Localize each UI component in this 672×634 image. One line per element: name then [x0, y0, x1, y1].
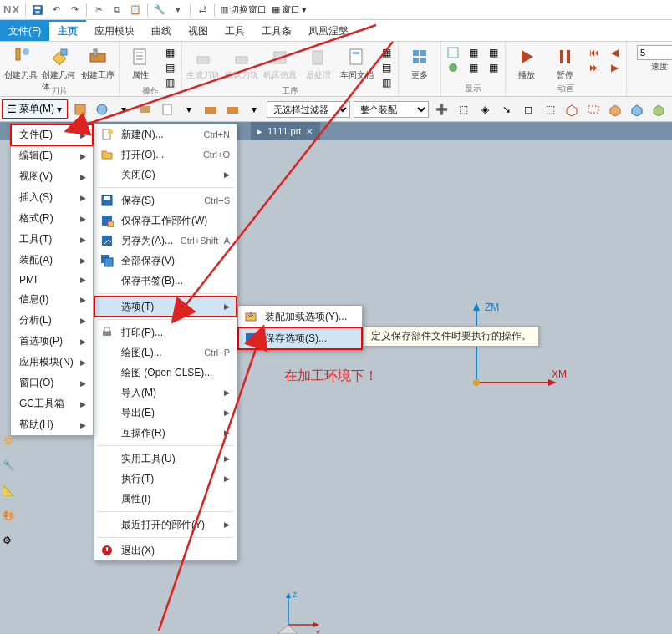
filter-select-1[interactable]: 无选择过滤器: [267, 101, 350, 118]
submenu-item[interactable]: 最近打开的部件(Y)▶: [94, 515, 237, 535]
proc-small-1-icon[interactable]: ▦: [378, 46, 395, 59]
paste-icon[interactable]: 📋: [129, 3, 142, 17]
t2-1-icon[interactable]: [71, 100, 89, 119]
submenu-item[interactable]: 导出(E)▶: [94, 403, 237, 423]
menu-item[interactable]: 视图(V)▶: [11, 166, 93, 187]
tab-curve[interactable]: 曲线: [143, 20, 180, 41]
submenu-item[interactable]: 互操作(R)▶: [94, 423, 237, 443]
menu-item[interactable]: 信息(I)▶: [11, 289, 93, 310]
submenu-item[interactable]: 退出(X): [94, 540, 237, 560]
submenu-item[interactable]: 打开(O)...Ctrl+O: [94, 145, 237, 165]
submenu-item[interactable]: 保存书签(B)...: [94, 271, 237, 291]
document-tab[interactable]: ▸ 1111.prt ✕: [251, 122, 320, 140]
lt-4-icon[interactable]: 🎨: [3, 510, 16, 523]
pause-button[interactable]: 暂停: [547, 43, 583, 81]
skip-back-icon[interactable]: ⏮: [586, 46, 603, 59]
submenu-item[interactable]: 绘图 (Open CLSE)...: [94, 363, 237, 383]
submenu-item[interactable]: 保存(S)Ctrl+S: [94, 190, 237, 210]
t2-f-icon[interactable]: ⬚: [541, 100, 559, 119]
create-tool-button[interactable]: 创建刀具: [3, 43, 38, 81]
submenu-item[interactable]: 绘图(L)...Ctrl+P: [94, 342, 237, 363]
submenu-item[interactable]: 打印(P)...: [94, 322, 237, 342]
menu-item[interactable]: 窗口(O)▶: [11, 373, 93, 393]
menu-item[interactable]: GC工具箱▶: [11, 393, 93, 414]
t2-b-icon[interactable]: ⬚: [454, 100, 472, 119]
save-icon[interactable]: [31, 3, 44, 17]
menu-item[interactable]: 格式(R)▶: [11, 208, 93, 229]
cut-icon[interactable]: ✂: [92, 3, 105, 17]
redo-icon[interactable]: ↷: [68, 3, 81, 17]
properties-button[interactable]: 属性: [123, 43, 158, 81]
disp-5-icon[interactable]: ▦: [485, 46, 501, 59]
submenu-item[interactable]: 选项(T)▶: [94, 296, 237, 317]
options-item[interactable]: 装配加载选项(Y)...: [238, 306, 362, 327]
close-tab-icon[interactable]: ✕: [306, 127, 313, 136]
submenu-item[interactable]: 属性(I): [94, 489, 237, 509]
options-item[interactable]: 保存选项(S)...: [237, 327, 363, 350]
speed-input[interactable]: [637, 45, 672, 60]
submenu-item[interactable]: 实用工具(U)▶: [94, 449, 237, 469]
copy-icon[interactable]: ⧉: [110, 3, 124, 17]
menu-item[interactable]: 分析(L)▶: [11, 310, 93, 331]
tab-view[interactable]: 视图: [180, 20, 216, 41]
tab-toolbar[interactable]: 工具条: [253, 20, 300, 41]
t2-d-icon[interactable]: ↘: [497, 100, 516, 119]
toggle-icon[interactable]: ⇄: [196, 3, 209, 17]
disp-6-icon[interactable]: ▦: [485, 61, 501, 74]
lt-2-icon[interactable]: 🔧: [3, 459, 16, 473]
menu-item[interactable]: 文件(E)▶: [10, 124, 94, 146]
submenu-item[interactable]: 仅保存工作部件(W): [94, 210, 237, 231]
submenu-item[interactable]: 全部保存(V): [94, 251, 237, 271]
menu-button[interactable]: ☰ 菜单(M)▾: [2, 99, 68, 119]
shopfloor-doc-button[interactable]: 车间文档: [339, 43, 374, 81]
filter-select-2[interactable]: 整个装配: [354, 101, 429, 118]
submenu-item[interactable]: 新建(N)...Ctrl+N: [94, 124, 237, 145]
t2-g-icon[interactable]: [563, 100, 581, 119]
t2-8-icon[interactable]: [223, 100, 242, 119]
t2-h-icon[interactable]: [584, 100, 603, 119]
more-button[interactable]: 更多: [402, 43, 437, 81]
window-menu[interactable]: ▦窗口▾: [272, 3, 307, 16]
menu-item[interactable]: 帮助(H)▶: [11, 414, 93, 435]
disp-2-icon[interactable]: [445, 61, 461, 74]
menu-item[interactable]: 首选项(P)▶: [11, 331, 93, 352]
t2-4-icon[interactable]: [136, 100, 155, 119]
menu-item[interactable]: 编辑(E)▶: [11, 145, 93, 166]
submenu-item[interactable]: 关闭(C)▶: [94, 165, 237, 185]
menu-item[interactable]: 应用模块(N)▶: [11, 352, 93, 373]
lt-5-icon[interactable]: ⚙: [3, 535, 16, 548]
t2-5-icon[interactable]: [158, 100, 176, 119]
skip-fwd-icon[interactable]: ⏭: [586, 61, 603, 74]
t2-2-icon[interactable]: [93, 100, 111, 119]
submenu-item[interactable]: 导入(M)▶: [94, 383, 237, 403]
t2-c-icon[interactable]: ◈: [476, 100, 494, 119]
t2-9-icon[interactable]: ▾: [245, 100, 263, 119]
t2-e-icon[interactable]: ◻: [519, 100, 537, 119]
chevron-down-icon[interactable]: ▾: [171, 3, 185, 17]
menu-item[interactable]: 工具(T)▶: [11, 229, 93, 250]
lt-1-icon[interactable]: 🔅: [3, 434, 16, 448]
t2-a-icon[interactable]: ➕: [432, 100, 451, 119]
switch-window[interactable]: ▥切换窗口: [220, 3, 267, 16]
tab-fenghuang[interactable]: 凤凰涅槃: [300, 20, 357, 41]
op-small-2-icon[interactable]: ▤: [161, 61, 178, 74]
disp-1-icon[interactable]: [445, 46, 461, 59]
t2-6-icon[interactable]: ▾: [180, 100, 198, 119]
t2-7-icon[interactable]: [201, 100, 220, 119]
play-button[interactable]: 播放: [509, 43, 544, 81]
tab-tools[interactable]: 工具: [216, 20, 253, 41]
menu-item[interactable]: 装配(A)▶: [11, 250, 93, 271]
submenu-item[interactable]: 执行(T)▶: [94, 469, 237, 489]
proc-small-2-icon[interactable]: ▤: [378, 61, 395, 74]
tab-application[interactable]: 应用模块: [86, 20, 143, 41]
create-operation-button[interactable]: 创建工序: [80, 43, 115, 81]
t2-3-icon[interactable]: ▾: [115, 100, 133, 119]
disp-4-icon[interactable]: ▦: [465, 61, 481, 74]
disp-3-icon[interactable]: ▦: [465, 46, 481, 59]
undo-icon[interactable]: ↶: [49, 3, 63, 17]
proc-small-3-icon[interactable]: ▥: [378, 76, 395, 89]
tool-icon[interactable]: 🔧: [153, 3, 166, 17]
lt-3-icon[interactable]: 📐: [3, 484, 16, 498]
t2-j-icon[interactable]: [628, 100, 646, 119]
menu-item[interactable]: PMI▶: [11, 271, 93, 289]
